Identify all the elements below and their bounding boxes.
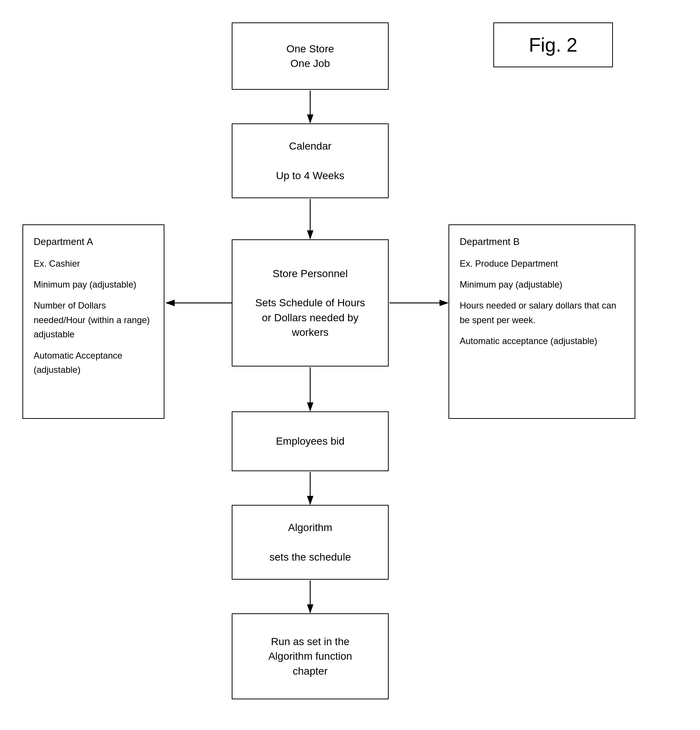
box-run-as-set: Run as set in theAlgorithm functionchapt… (232, 613, 389, 699)
algorithm-text: Algorithmsets the schedule (269, 520, 351, 564)
dept-a-line4: Automatic Acceptance (adjustable) (34, 349, 153, 377)
dept-b-line1: Ex. Produce Department (460, 257, 624, 271)
dept-a-box: Department A Ex. Cashier Minimum pay (ad… (22, 224, 164, 419)
box-calendar: CalendarUp to 4 Weeks (232, 123, 389, 198)
dept-b-box: Department B Ex. Produce Department Mini… (448, 224, 635, 419)
calendar-text: CalendarUp to 4 Weeks (276, 139, 344, 183)
dept-b-line3: Hours needed or salary dollars that can … (460, 298, 624, 327)
box-algorithm: Algorithmsets the schedule (232, 505, 389, 580)
box-employees-bid: Employees bid (232, 411, 389, 471)
box-one-store: One StoreOne Job (232, 22, 389, 90)
dept-b-title: Department B (460, 234, 624, 250)
dept-b-line4: Automatic acceptance (adjustable) (460, 334, 624, 348)
dept-a-line3: Number of Dollars needed/Hour (within a … (34, 298, 153, 341)
diagram-container: Fig. 2 One StoreOne Job CalendarUp to 4 … (0, 0, 700, 730)
run-as-set-text: Run as set in theAlgorithm functionchapt… (268, 634, 352, 678)
dept-a-title: Department A (34, 234, 153, 250)
employees-bid-text: Employees bid (276, 434, 345, 448)
fig-label: Fig. 2 (493, 22, 613, 67)
store-personnel-text: Store PersonnelSets Schedule of Hoursor … (255, 266, 365, 340)
box-store-personnel: Store PersonnelSets Schedule of Hoursor … (232, 239, 389, 366)
dept-a-line1: Ex. Cashier (34, 257, 153, 271)
dept-b-line2: Minimum pay (adjustable) (460, 277, 624, 292)
one-store-text: One StoreOne Job (286, 42, 334, 71)
dept-a-line2: Minimum pay (adjustable) (34, 277, 153, 292)
fig-label-text: Fig. 2 (529, 34, 577, 56)
